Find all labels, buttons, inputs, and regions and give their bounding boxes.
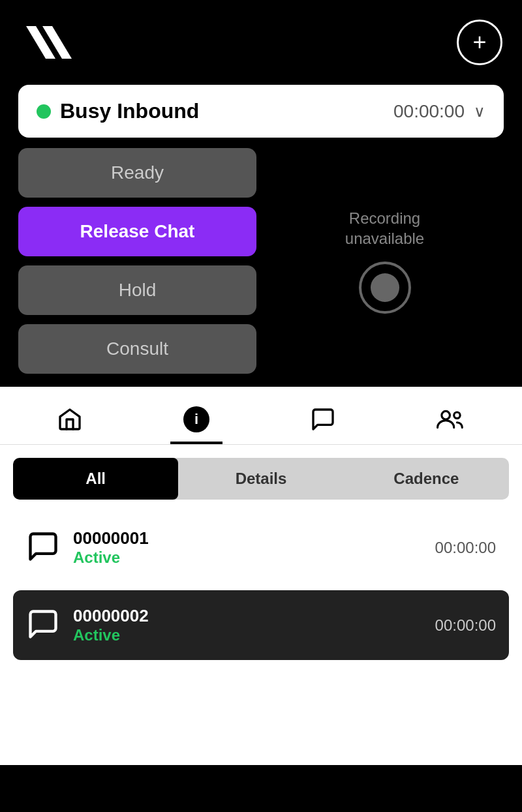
actions-area: Ready Release Chat Hold Consult Recordin…: [0, 148, 522, 387]
record-icon: [371, 273, 399, 302]
chat-item-2[interactable]: 00000002 Active 00:00:00: [13, 590, 509, 660]
status-right: 00:00:00 ∨: [393, 101, 485, 122]
chat-timer-1: 00:00:00: [435, 539, 496, 557]
consult-button[interactable]: Consult: [18, 324, 256, 374]
status-label: Busy Inbound: [60, 99, 199, 123]
svg-point-0: [442, 411, 450, 419]
chat-item-icon-2: [26, 607, 60, 644]
status-bar[interactable]: Busy Inbound 00:00:00 ∨: [18, 85, 504, 138]
tab-contacts[interactable]: [423, 400, 478, 444]
contacts-icon: [437, 406, 465, 432]
tab-info[interactable]: i: [170, 400, 223, 444]
logo: [20, 20, 78, 65]
chat-info-2: 00000002 Active: [73, 606, 422, 644]
chat-status-1: Active: [73, 549, 422, 567]
chat-timer-2: 00:00:00: [435, 616, 496, 635]
home-icon: [57, 406, 83, 432]
ready-button[interactable]: Ready: [18, 148, 256, 198]
info-icon: i: [183, 406, 209, 432]
add-button[interactable]: +: [457, 20, 502, 65]
status-indicator: [37, 104, 51, 119]
hold-button[interactable]: Hold: [18, 265, 256, 315]
chevron-down-icon: ∨: [474, 102, 485, 121]
record-button[interactable]: [359, 262, 411, 314]
sub-tabs: All Details Cadence: [13, 458, 509, 500]
bottom-section: i All Details Cadence: [0, 387, 522, 765]
add-icon: +: [472, 29, 486, 56]
chat-status-2: Active: [73, 626, 422, 644]
release-chat-button[interactable]: Release Chat: [18, 207, 256, 256]
chat-item-1[interactable]: 00000001 Active 00:00:00: [13, 513, 509, 582]
sub-tab-details[interactable]: Details: [178, 458, 343, 500]
nav-tabs: i: [0, 387, 522, 445]
chat-icon: [310, 406, 336, 432]
chat-id-2: 00000002: [73, 606, 422, 626]
chat-info-1: 00000001 Active: [73, 528, 422, 567]
sub-tab-cadence[interactable]: Cadence: [344, 458, 509, 500]
status-left: Busy Inbound: [37, 99, 199, 123]
chat-item-icon-1: [26, 530, 60, 566]
recording-label: Recordingunavailable: [345, 208, 424, 248]
tab-home[interactable]: [44, 400, 96, 444]
tab-chat[interactable]: [297, 400, 349, 444]
sub-tab-all[interactable]: All: [13, 458, 178, 500]
header: +: [0, 0, 522, 78]
chat-id-1: 00000001: [73, 528, 422, 549]
svg-point-1: [454, 412, 460, 418]
recording-area: Recordingunavailable: [266, 148, 504, 374]
chat-list: 00000001 Active 00:00:00 00000002 Active…: [0, 500, 522, 681]
status-timer: 00:00:00: [393, 101, 465, 122]
